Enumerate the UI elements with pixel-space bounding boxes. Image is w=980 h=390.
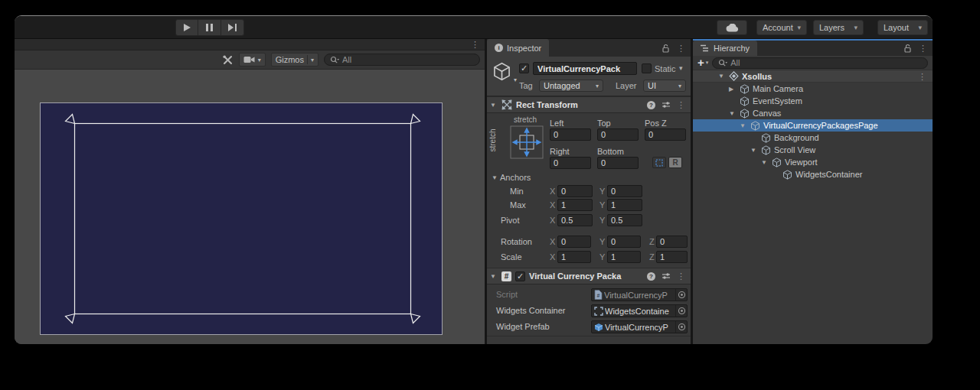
posz-field[interactable] [645, 128, 686, 141]
object-reference-field[interactable]: WidgetsContaine [591, 304, 688, 317]
hierarchy-search-input[interactable]: All [712, 57, 928, 69]
hierarchy-tree: ▼ Xsollus ⋮ ▶ [693, 70, 933, 344]
anchor-max-y-field[interactable] [607, 199, 642, 211]
presets-icon[interactable] [662, 271, 671, 281]
object-reference-field[interactable]: # VirtualCurrencyP [591, 288, 688, 301]
rotation-z-field[interactable] [656, 236, 688, 248]
component-enabled-checkbox[interactable]: ✓ [515, 271, 525, 281]
min-label: Min [510, 187, 524, 196]
scale-x-field[interactable] [557, 251, 591, 263]
rotation-y-field[interactable] [607, 236, 641, 248]
account-dropdown[interactable]: Account ▾ [756, 20, 807, 35]
presets-icon[interactable] [662, 100, 671, 109]
scale-label: Scale [501, 252, 522, 262]
create-object-button[interactable]: + ▾ [697, 58, 708, 67]
inspector-kebab-icon[interactable]: ⋮ [677, 44, 685, 52]
scene-row[interactable]: ▼ Xsollus ⋮ [693, 70, 933, 83]
object-picker-icon [678, 323, 686, 331]
tools-button[interactable] [222, 54, 234, 66]
pivot-label: Pivot [501, 216, 519, 225]
anchor-preset-widget[interactable] [510, 125, 544, 161]
scene-kebab-icon[interactable]: ⋮ [918, 73, 933, 80]
hierarchy-kebab-icon[interactable]: ⋮ [919, 44, 927, 52]
hierarchy-item[interactable]: Background [693, 132, 933, 144]
help-icon[interactable]: ? [647, 101, 655, 109]
tab-hierarchy[interactable]: Hierarchy [693, 41, 757, 56]
object-reference-field[interactable]: VirtualCurrencyP [591, 320, 688, 333]
hierarchy-item-label: Scroll View [774, 145, 815, 154]
scene-search-input[interactable]: All [324, 54, 480, 66]
foldout-arrow-icon[interactable]: ▼ [740, 122, 750, 129]
scene-camera-dropdown[interactable]: ▾ [239, 53, 266, 67]
anchor-min-x-field[interactable] [557, 185, 593, 197]
component-property-row: Script # VirtualCurrencyP [487, 288, 691, 304]
layer-dropdown[interactable]: UI ▾ [643, 80, 686, 92]
static-checkbox[interactable] [642, 63, 652, 73]
foldout-arrow-icon[interactable]: ▼ [718, 73, 729, 80]
object-picker-button[interactable] [675, 289, 687, 301]
rect-transform-header[interactable]: ▼ Rect Transform ? [487, 96, 691, 113]
object-picker-button[interactable] [675, 305, 687, 317]
z-axis-label: Z [649, 237, 655, 246]
help-icon[interactable]: ? [647, 272, 655, 281]
gameobject-icon[interactable]: ▾ [492, 62, 511, 83]
layout-dropdown[interactable]: Layout ▾ [877, 20, 928, 35]
left-field[interactable] [550, 128, 591, 141]
top-field[interactable] [597, 128, 639, 141]
scene-viewport[interactable] [15, 70, 485, 344]
rotation-x-field[interactable] [557, 236, 591, 248]
right-field[interactable] [550, 157, 591, 169]
foldout-arrow-icon[interactable]: ▼ [490, 102, 498, 109]
scale-z-field[interactable] [656, 251, 688, 263]
scene-menu-kebab-icon[interactable]: ⋮ [471, 41, 479, 48]
hierarchy-item[interactable]: ▼ VirtualCurrencyPackagesPage [693, 119, 933, 132]
pivot-x-field[interactable] [557, 214, 593, 226]
y-axis-label: Y [599, 216, 605, 225]
component-kebab-icon[interactable]: ⋮ [677, 101, 685, 109]
editor-content: ⋮ [15, 39, 933, 344]
scene-name: Xsollus [742, 72, 772, 81]
lock-icon[interactable] [903, 44, 912, 53]
foldout-arrow-icon[interactable]: ▼ [490, 273, 498, 280]
anchor-max-x-field[interactable] [557, 199, 593, 211]
layers-dropdown[interactable]: Layers ▾ [813, 20, 864, 35]
unity-editor-window: Account ▾ Layers ▾ Layout ▾ ⋮ [15, 15, 933, 344]
script-component-header[interactable]: ▼ # ✓ Virtual Currency Packa ? ⋮ [487, 268, 691, 284]
info-icon: i [495, 44, 503, 52]
anchor-handle-bottom-left [66, 314, 75, 323]
object-reference-value: VirtualCurrencyP [604, 291, 675, 300]
foldout-arrow-icon[interactable]: ▼ [761, 159, 772, 166]
gameobject-name-field[interactable] [533, 62, 637, 75]
scale-y-field[interactable] [607, 251, 641, 263]
hierarchy-item[interactable]: WidgetsContainer [693, 168, 933, 180]
anchors-foldout-icon[interactable]: ▼ [492, 174, 499, 181]
pause-button[interactable] [198, 19, 221, 36]
active-checkbox[interactable]: ✓ [519, 63, 529, 73]
pivot-y-field[interactable] [607, 214, 642, 226]
static-dropdown-icon[interactable]: ▾ [679, 64, 683, 72]
hierarchy-item[interactable]: ▼ Scroll View [693, 144, 933, 156]
step-button[interactable] [221, 19, 244, 36]
hierarchy-item[interactable]: EventSystem [693, 95, 933, 107]
tag-dropdown[interactable]: Untagged ▾ [539, 80, 603, 92]
cloud-services-button[interactable] [717, 20, 747, 35]
foldout-arrow-icon[interactable]: ▶ [729, 86, 740, 93]
hierarchy-item[interactable]: ▼ Viewport [693, 156, 933, 168]
rect-transform-gizmo[interactable] [60, 109, 425, 328]
foldout-arrow-icon[interactable]: ▼ [750, 147, 761, 154]
object-picker-button[interactable] [675, 321, 687, 333]
play-button[interactable] [175, 19, 198, 36]
hierarchy-item[interactable]: ▶ Main Camera [693, 83, 933, 95]
gameobject-icon [740, 109, 750, 119]
hierarchy-item[interactable]: ▼ Canvas [693, 107, 933, 119]
anchor-min-y-field[interactable] [607, 185, 642, 197]
lock-icon[interactable] [662, 44, 670, 53]
chevron-down-icon: ▾ [592, 83, 599, 89]
raw-edit-mode-button[interactable]: R [668, 157, 682, 168]
tab-inspector[interactable]: i Inspector [487, 39, 549, 57]
component-kebab-icon[interactable]: ⋮ [677, 272, 685, 280]
blueprint-mode-button[interactable] [652, 157, 666, 168]
gizmos-dropdown[interactable]: Gizmos ▾ [271, 53, 318, 67]
bottom-field[interactable] [597, 157, 639, 169]
foldout-arrow-icon[interactable]: ▼ [729, 110, 740, 117]
